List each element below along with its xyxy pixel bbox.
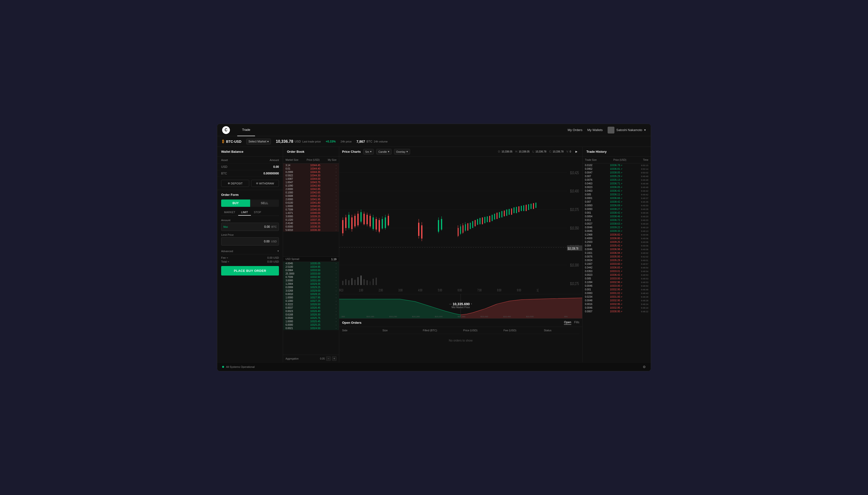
ob-bid-row[interactable]: 2.510010334.95-	[283, 265, 339, 269]
trade-history-row: 0.00510333.00 ↗9:48:53	[583, 277, 651, 280]
ob-bid-row[interactable]: 0.322210326.50-	[283, 303, 339, 306]
tab-open[interactable]: Open	[564, 321, 571, 325]
ob-bid-row[interactable]: 1.000010327.95-	[283, 296, 339, 300]
tab-market[interactable]: MARKET	[221, 209, 238, 216]
ob-ask-row[interactable]: 0.299910344.35-	[283, 170, 339, 174]
ob-ask-row[interactable]: 1.000010340.65-	[283, 204, 339, 208]
buy-tab[interactable]: BUY	[221, 200, 250, 207]
ob-ask-row[interactable]: 1.004710343.75-	[283, 181, 339, 184]
ob-bid-row[interactable]: 0.098410333.50-	[283, 269, 339, 272]
trade-history-row: 0.023410331.00 ↗9:48:28	[583, 295, 651, 298]
ob-bid-row[interactable]: 0.002110324.50-	[283, 327, 339, 330]
ob-bid-row[interactable]: 0.003710326.45-	[283, 306, 339, 310]
chevron-down-icon: ▾	[267, 140, 269, 143]
volume-currency: BTC	[366, 140, 372, 143]
ob-ask-row[interactable]: 2.000010341.95-	[283, 198, 339, 201]
ob-ask-row[interactable]: 2.414010336.55-	[283, 221, 339, 225]
my-wallets-btn[interactable]: My Wallets	[587, 128, 603, 132]
ob-ask-row[interactable]: 0.759910340.35-	[283, 208, 339, 211]
svg-text:$10,300: $10,300	[570, 262, 579, 268]
status-text: All Systems Operational	[226, 365, 255, 368]
svg-text:2:00: 2:00	[379, 288, 383, 292]
place-order-button[interactable]: PLACE BUY ORDER	[221, 266, 279, 275]
top-nav: C Trade My Orders My Wallets Satoshi Nak…	[217, 124, 651, 136]
ob-ask-row[interactable]: 3.000010339.25-	[283, 215, 339, 218]
withdraw-button[interactable]: ⊖ WITHDRAW	[251, 180, 279, 187]
chart-type-control[interactable]: Candle ▾	[376, 149, 392, 154]
nav-tabs: Trade	[237, 124, 568, 136]
status-dot	[222, 366, 224, 368]
price-change-label: 24h price	[341, 140, 351, 143]
svg-text:-300: -300	[341, 316, 345, 318]
depth-chart-svg: -300 $10,180 $10,230 $10,280 $10,330 $10…	[339, 294, 582, 319]
ob-ask-row[interactable]: 1.437110340.00-	[283, 211, 339, 215]
trade-history-row: 0.004610332.95 ↗9:48:24	[583, 306, 651, 310]
candlestick-chart[interactable]: $10,425 $10,400 $10,375 $10,350 $10,325 …	[339, 157, 582, 294]
ob-ask-row[interactable]: 3.1410344.45-	[283, 164, 339, 167]
svg-rect-105	[351, 278, 353, 285]
ob-bid-row[interactable]: 0.759910332.90-	[283, 275, 339, 279]
ob-bid-row[interactable]: 0.001010328.15-	[283, 293, 339, 296]
svg-text:300: 300	[564, 316, 568, 318]
ob-ask-row[interactable]: 0.592210344.30-	[283, 174, 339, 177]
amount-input[interactable]	[228, 225, 270, 228]
ob-bid-row[interactable]: 4.004510335.05-	[283, 262, 339, 265]
ob-bid-row[interactable]: 6.000010325.25-	[283, 323, 339, 327]
ob-ask-row[interactable]: 0.068810342.15-	[283, 194, 339, 198]
ob-ask-row[interactable]: 0.610010341.80-	[283, 201, 339, 204]
advanced-toggle[interactable]: Advanced ▾	[221, 248, 279, 254]
max-label[interactable]: Max	[223, 226, 228, 228]
ob-bid-row[interactable]: 3.000010331.00-	[283, 279, 339, 282]
svg-text:$10,380: $10,380	[458, 316, 465, 318]
ob-bid-row[interactable]: 0.050010325.75-	[283, 317, 339, 320]
wallet-table: Asset Amount USD 0.00 BTC 0.00000000	[217, 157, 283, 177]
trade-history-row: 0.166710333.60 ↗9:48:57	[583, 262, 651, 266]
chart-play-btn[interactable]: ▶	[573, 149, 579, 154]
settings-icon[interactable]: ⚙	[643, 365, 646, 369]
ob-bid-row[interactable]: 0.002310326.40-	[283, 310, 339, 313]
tab-limit[interactable]: LIMIT	[238, 209, 251, 216]
tab-stop[interactable]: STOP	[251, 209, 264, 216]
app-logo[interactable]: C	[222, 126, 230, 134]
trade-history-row: 0.293310339.25 ↗9:49:06	[583, 240, 651, 244]
svg-rect-76	[475, 220, 476, 226]
overlay-control[interactable]: Overlay ▾	[394, 149, 410, 154]
ob-bid-row[interactable]: 1.290410329.35-	[283, 282, 339, 286]
agg-increase-btn[interactable]: +	[332, 356, 337, 361]
ob-ask-row[interactable]: 1.008710344.00-	[283, 177, 339, 181]
svg-rect-104	[348, 280, 349, 285]
ob-bid-row[interactable]: 3.026810329.00-	[283, 289, 339, 293]
svg-rect-82	[489, 216, 490, 222]
tab-fills[interactable]: Fills	[574, 321, 579, 325]
sell-tab[interactable]: SELL	[250, 200, 279, 207]
agg-decrease-btn[interactable]: −	[326, 356, 331, 361]
ob-bid-row[interactable]: 0.616810326.30-	[283, 313, 339, 317]
ob-ask-row[interactable]: 0.100010342.65-	[283, 191, 339, 194]
limit-price-input[interactable]	[223, 240, 270, 243]
svg-rect-86	[499, 212, 500, 218]
ob-ask-row[interactable]: 0.000010336.35-	[283, 225, 339, 228]
th-rows: 0.010210336.78 ↗9:50:150.095210336.81 ↗9…	[583, 164, 651, 362]
status-bar: All Systems Operational ⚙	[217, 362, 651, 371]
svg-rect-108	[360, 275, 362, 285]
tab-trade[interactable]: Trade	[237, 124, 255, 136]
oo-table-header: Side Size Filled (BTC) Price (USD) Fee (…	[342, 327, 579, 334]
ob-ask-row[interactable]: 0.132010337.35-	[283, 218, 339, 221]
svg-rect-106	[354, 280, 356, 285]
ob-ask-row[interactable]: 0.0110344.40-	[283, 167, 339, 170]
select-market-btn[interactable]: Select Market ▾	[246, 139, 271, 144]
ob-ask-row[interactable]: 2.000010342.85-	[283, 187, 339, 191]
ob-bid-row[interactable]: 25.300010333.00-	[283, 272, 339, 275]
ob-bid-row[interactable]: 1.000010325.45-	[283, 320, 339, 323]
timeframe-control[interactable]: 5m ▾	[363, 149, 374, 154]
trade-history-row: 0.00110332.95 ↗9:48:48	[583, 288, 651, 291]
charts-panel: Price Charts 5m ▾ Candle ▾ Overlay ▾	[339, 147, 583, 362]
ob-bid-row[interactable]: 0.100010327.25-	[283, 300, 339, 303]
ob-ask-row[interactable]: 0.109010342.90-	[283, 184, 339, 187]
my-orders-btn[interactable]: My Orders	[568, 128, 583, 132]
ob-ask-row[interactable]: 5.601010336.30-	[283, 228, 339, 232]
deposit-button[interactable]: ⊕ DEPOSIT	[221, 180, 249, 187]
ob-bid-row[interactable]: 0.099910329.25-	[283, 286, 339, 289]
svg-text:$10,375: $10,375	[570, 207, 579, 212]
user-profile[interactable]: Satoshi Nakamoto ▾	[608, 127, 646, 134]
